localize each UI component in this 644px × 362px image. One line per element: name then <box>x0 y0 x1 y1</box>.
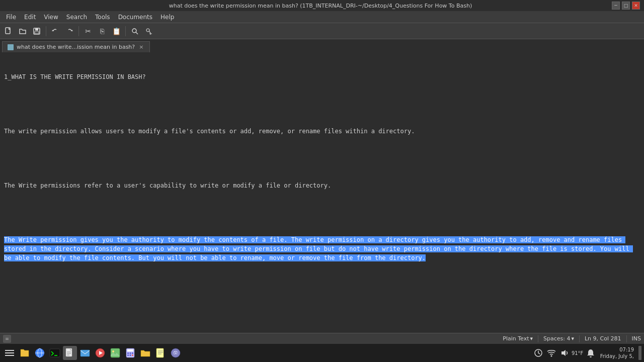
paint-taskbar-icon[interactable] <box>108 346 122 360</box>
network-tray-icon[interactable] <box>546 348 556 358</box>
svg-line-5 <box>136 32 138 34</box>
maximize-button[interactable]: □ <box>622 2 630 10</box>
svg-point-41 <box>550 355 552 357</box>
media-taskbar-icon[interactable] <box>93 346 107 360</box>
weather-tray-icon[interactable]: 91°F <box>573 348 583 358</box>
tab-bar: what does the write...ission mean in bas… <box>0 39 644 52</box>
copy-button[interactable]: ⎘ <box>96 25 109 38</box>
folder-taskbar-icon[interactable] <box>138 346 152 360</box>
status-sep-3 <box>626 335 627 342</box>
clock-time: 07:19 <box>619 346 634 353</box>
heading-line: 1_WHAT IS THE WRITE PERMISSION IN BASH? <box>4 72 640 81</box>
selected-text: The Write permission gives you the autho… <box>4 236 633 261</box>
cursor-position: Ln 9, Col 281 <box>585 335 621 342</box>
sound-tray-icon[interactable] <box>559 348 570 358</box>
status-sep-1 <box>538 335 538 342</box>
clock-area[interactable]: 07:19 Friday, July 5, <box>598 346 636 359</box>
tab-label: what does the write...ission mean in bas… <box>17 44 135 50</box>
close-button[interactable]: ✕ <box>632 2 640 10</box>
file-type-label: Plain Text <box>503 335 529 342</box>
menu-edit[interactable]: Edit <box>20 13 40 22</box>
open-button[interactable] <box>16 25 29 38</box>
empty-line-1 <box>4 100 640 109</box>
menu-documents[interactable]: Documents <box>114 13 156 22</box>
svg-point-24 <box>112 350 114 352</box>
svg-point-4 <box>132 29 136 33</box>
status-right: Plain Text ▾ Spaces: 4 ▾ Ln 9, Col 281 I… <box>503 335 641 342</box>
separator-3 <box>125 26 126 36</box>
menu-help[interactable]: Help <box>156 13 178 22</box>
spaces-arrow: ▾ <box>571 335 574 342</box>
title-bar: what does the write permission mean in b… <box>0 0 644 11</box>
svg-rect-8 <box>5 350 14 351</box>
selected-paragraph: The Write permission gives you the autho… <box>4 235 640 262</box>
svg-rect-32 <box>132 354 133 356</box>
svg-rect-29 <box>132 352 133 354</box>
editor-content: 1_WHAT IS THE WRITE PERMISSION IN BASH? … <box>4 54 640 281</box>
status-bar: ≡ Plain Text ▾ Spaces: 4 ▾ Ln 9, Col 281… <box>0 333 644 344</box>
taskbar: ⚙ 91°F 0 <box>0 344 644 362</box>
svg-rect-26 <box>127 349 133 351</box>
menu-search[interactable]: Search <box>62 13 91 22</box>
svg-rect-27 <box>127 352 129 354</box>
status-left: ≡ <box>3 335 11 343</box>
redo-button[interactable] <box>63 25 76 38</box>
new-button[interactable] <box>2 25 15 38</box>
undo-button[interactable] <box>49 25 62 38</box>
file-type-dropdown[interactable]: Plain Text ▾ <box>503 335 533 342</box>
temperature-label: 91°F <box>572 350 583 356</box>
svg-rect-10 <box>5 355 14 356</box>
status-left-icon: ≡ <box>3 335 11 343</box>
menu-view[interactable]: View <box>40 13 62 22</box>
power-tray-icon[interactable] <box>533 348 543 358</box>
editor-area[interactable]: 1_WHAT IS THE WRITE PERMISSION IN BASH? … <box>0 52 644 333</box>
sys-tray: 91°F <box>533 348 596 358</box>
minimize-button[interactable]: ─ <box>612 2 620 10</box>
tab-file-icon <box>8 44 14 50</box>
paragraph-1: The write permission allows users to mod… <box>4 127 640 136</box>
show-desktop-button[interactable] <box>638 346 641 360</box>
svg-point-6 <box>146 29 149 32</box>
calc-taskbar-icon[interactable] <box>123 346 137 360</box>
tab-close-button[interactable]: × <box>138 44 144 50</box>
terminal-taskbar-icon[interactable] <box>48 346 62 360</box>
system-taskbar-icon[interactable]: ⚙ <box>169 346 183 360</box>
replace-button[interactable] <box>142 25 155 38</box>
separator-2 <box>78 26 79 36</box>
save-button[interactable] <box>30 25 43 38</box>
svg-rect-20 <box>80 350 90 356</box>
svg-rect-33 <box>156 348 164 357</box>
notification-tray-icon[interactable] <box>586 348 596 358</box>
taskbar-right: 91°F 07:19 Friday, July 5, <box>533 346 642 360</box>
empty-line-2 <box>4 154 640 163</box>
paragraph-2: The Write permissions refer to a user's … <box>4 181 640 190</box>
ins-mode: INS <box>632 335 641 342</box>
svg-rect-28 <box>130 352 131 354</box>
svg-rect-9 <box>5 352 14 353</box>
browser-taskbar-icon[interactable] <box>33 346 47 360</box>
files-taskbar-icon[interactable] <box>18 346 32 360</box>
spaces-dropdown[interactable]: Spaces: 4 ▾ <box>543 335 574 342</box>
gedit-taskbar-icon[interactable] <box>63 346 77 360</box>
email-taskbar-icon[interactable] <box>78 346 92 360</box>
menu-tools[interactable]: Tools <box>91 13 114 22</box>
clock-date: Friday, July 5, <box>600 353 634 359</box>
active-tab[interactable]: what does the write...ission mean in bas… <box>2 41 150 52</box>
spaces-label: Spaces: 4 <box>543 335 570 342</box>
title-bar-controls: ─ □ ✕ <box>612 2 640 10</box>
empty-line-3 <box>4 208 640 217</box>
cut-button[interactable]: ✂ <box>82 25 95 38</box>
menu-file[interactable]: File <box>2 13 20 22</box>
paste-button[interactable]: 📋 <box>110 25 123 38</box>
find-button[interactable] <box>128 25 141 38</box>
svg-rect-30 <box>127 354 129 356</box>
app-menu-icon[interactable] <box>3 346 17 360</box>
svg-text:⚙: ⚙ <box>174 350 178 356</box>
toolbar: ✂ ⎘ 📋 <box>0 23 644 39</box>
menu-bar: File Edit View Search Tools Documents He… <box>0 11 644 23</box>
svg-rect-2 <box>35 28 38 31</box>
notes-taskbar-icon[interactable] <box>153 346 168 360</box>
separator-1 <box>46 26 46 36</box>
taskbar-left: ⚙ <box>2 346 183 360</box>
svg-rect-23 <box>111 348 120 357</box>
